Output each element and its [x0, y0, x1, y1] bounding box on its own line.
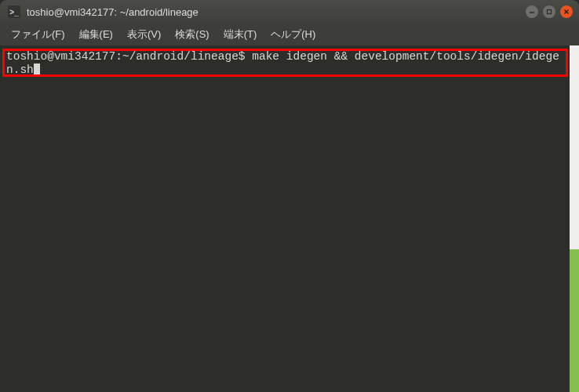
window-controls	[526, 5, 573, 18]
close-button[interactable]	[560, 5, 573, 18]
menu-file[interactable]: ファイル(F)	[5, 26, 71, 43]
terminal-icon: >_	[8, 5, 20, 18]
scrollbar-track[interactable]	[570, 45, 579, 392]
scrollbar-upper-region	[570, 45, 579, 249]
menubar: ファイル(F) 編集(E) 表示(V) 検索(S) 端末(T) ヘルプ(H)	[0, 24, 579, 45]
titlebar[interactable]: >_ toshio@vmi342177: ~/android/lineage	[0, 0, 579, 24]
menu-edit[interactable]: 編集(E)	[73, 26, 119, 43]
cursor-icon	[34, 64, 40, 75]
terminal-content: toshio@vmi342177:~/android/lineage$ make…	[0, 45, 579, 82]
menu-view[interactable]: 表示(V)	[121, 26, 167, 43]
menu-help[interactable]: ヘルプ(H)	[264, 26, 322, 43]
svg-rect-1	[548, 10, 552, 14]
maximize-button[interactable]	[543, 5, 555, 18]
minimize-button[interactable]	[526, 5, 538, 18]
terminal-window: >_ toshio@vmi342177: ~/android/lineage フ…	[0, 0, 579, 392]
menu-search[interactable]: 検索(S)	[169, 26, 215, 43]
menu-terminal[interactable]: 端末(T)	[217, 26, 264, 43]
terminal-area[interactable]: toshio@vmi342177:~/android/lineage$ make…	[0, 45, 579, 392]
titlebar-left: >_ toshio@vmi342177: ~/android/lineage	[8, 5, 198, 18]
shell-prompt: toshio@vmi342177:~/android/lineage$	[6, 50, 246, 63]
window-title: toshio@vmi342177: ~/android/lineage	[27, 6, 198, 18]
scrollbar-lower-region	[570, 249, 579, 392]
